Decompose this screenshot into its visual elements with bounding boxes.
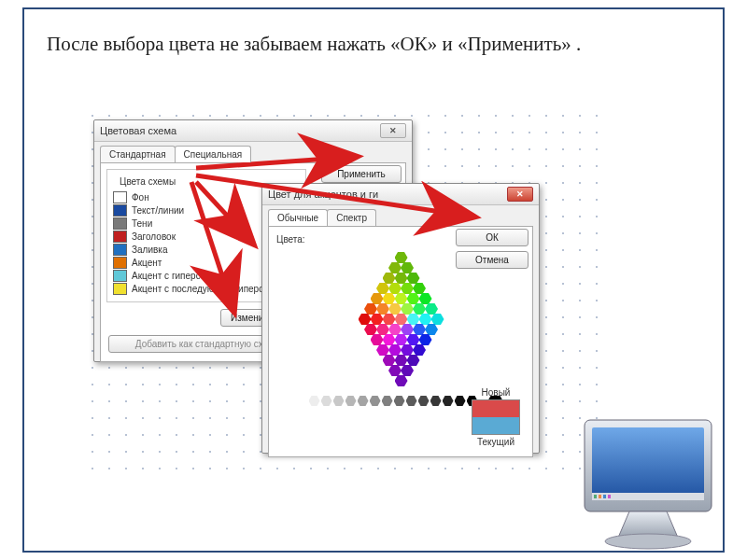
gray-cell[interactable] bbox=[418, 396, 430, 406]
ok-button[interactable]: ОК bbox=[456, 229, 529, 246]
new-label: Новый bbox=[469, 387, 523, 398]
svg-rect-10 bbox=[608, 495, 611, 498]
tab-normal[interactable]: Обычные bbox=[268, 209, 328, 226]
hex-color-wheel[interactable] bbox=[326, 250, 475, 390]
gray-cell[interactable] bbox=[406, 396, 417, 406]
svg-rect-7 bbox=[594, 495, 597, 498]
cancel-button-2[interactable]: Отмена bbox=[456, 251, 529, 269]
apply-button[interactable]: Применить bbox=[321, 165, 402, 183]
presentation-slide: После выбора цвета не забываем нажать «О… bbox=[0, 0, 747, 560]
gray-cell[interactable] bbox=[358, 396, 369, 406]
gray-cell[interactable] bbox=[455, 396, 466, 406]
svg-point-11 bbox=[605, 534, 691, 549]
gray-cell[interactable] bbox=[309, 396, 320, 406]
color-preview: Новый Текущий bbox=[469, 387, 523, 447]
gray-cell[interactable] bbox=[430, 396, 442, 406]
color-swatch bbox=[113, 270, 127, 282]
preview-current-swatch bbox=[472, 417, 519, 434]
preview-new-swatch bbox=[472, 400, 519, 417]
slide-caption: После выбора цвета не забываем нажать «О… bbox=[47, 32, 700, 57]
dialog2-title: Цвет для акцентов и ги bbox=[268, 189, 378, 200]
gray-cell[interactable] bbox=[333, 396, 345, 406]
swatch-label: Заголовок bbox=[132, 231, 176, 242]
gray-cell[interactable] bbox=[394, 396, 405, 406]
swatch-label: Текст/линии bbox=[132, 205, 184, 216]
dialog1-titlebar[interactable]: Цветовая схема ✕ bbox=[94, 120, 412, 142]
color-swatch bbox=[113, 283, 127, 295]
svg-rect-8 bbox=[599, 495, 601, 498]
swatch-label: Тени bbox=[132, 218, 152, 229]
dialog2-titlebar[interactable]: Цвет для акцентов и ги ✕ bbox=[262, 184, 539, 205]
color-swatch bbox=[113, 231, 127, 243]
swatch-label: Акцент bbox=[132, 258, 162, 268]
gray-cell[interactable] bbox=[443, 396, 454, 406]
close-icon[interactable]: ✕ bbox=[380, 123, 406, 138]
swatch-label: Фон bbox=[132, 192, 149, 203]
color-swatch bbox=[113, 217, 127, 230]
tab-special[interactable]: Специальная bbox=[175, 146, 252, 162]
gray-cell[interactable] bbox=[297, 396, 308, 406]
color-picker-dialog: Цвет для акцентов и ги ✕ Обычные Спектр … bbox=[261, 183, 540, 454]
tab-standard[interactable]: Стандартная bbox=[100, 146, 176, 162]
color-swatch bbox=[113, 244, 127, 256]
current-label: Текущий bbox=[469, 437, 523, 447]
scheme-colors-group-title: Цвета схемы bbox=[117, 176, 178, 187]
svg-rect-9 bbox=[603, 495, 606, 498]
tab-spectrum[interactable]: Спектр bbox=[327, 209, 376, 226]
gray-cell[interactable] bbox=[382, 396, 393, 406]
color-swatch bbox=[113, 257, 127, 269]
gray-cell[interactable] bbox=[345, 396, 357, 406]
svg-rect-5 bbox=[592, 427, 704, 500]
dialog1-title: Цветовая схема bbox=[100, 125, 176, 136]
swatch-label: Заливка bbox=[132, 245, 168, 255]
close-icon[interactable]: ✕ bbox=[507, 187, 533, 202]
swatch-label: Акцент с гиперссылкой bbox=[132, 271, 232, 281]
monitor-decoration-icon bbox=[573, 413, 723, 553]
hex-cell[interactable] bbox=[395, 375, 408, 386]
color-swatch bbox=[113, 191, 127, 203]
color-swatch bbox=[113, 204, 127, 217]
gray-cell[interactable] bbox=[370, 396, 381, 406]
gray-cell[interactable] bbox=[321, 396, 332, 406]
